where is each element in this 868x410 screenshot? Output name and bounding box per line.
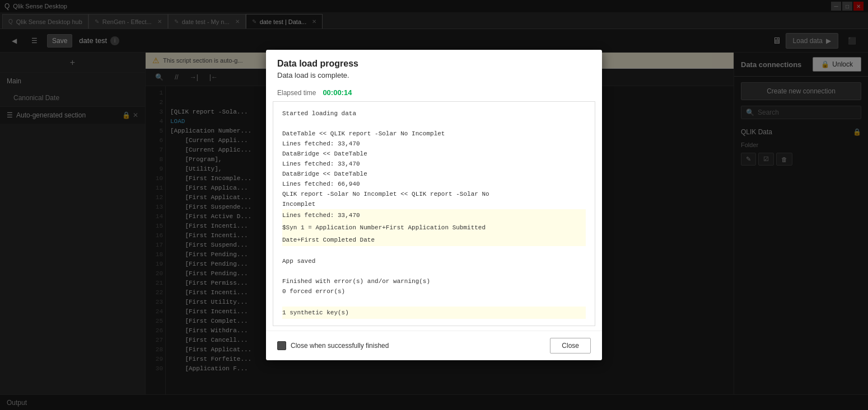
close-when-finished-text: Close when successfully finished [291, 342, 389, 350]
modal-subtitle: Data load is complete. [277, 71, 591, 79]
modal-title: Data load progress [277, 59, 591, 69]
modal-elapsed: Elapsed time 00:00:14 [266, 84, 602, 101]
modal-log: Started loading data DateTable << QLIK r… [273, 101, 595, 326]
elapsed-label: Elapsed time [277, 89, 316, 97]
modal-close-button[interactable]: Close [550, 338, 591, 354]
data-load-modal: Data load progress Data load is complete… [266, 50, 602, 360]
close-when-finished-label[interactable]: Close when successfully finished [277, 341, 389, 350]
close-when-finished-checkbox[interactable] [277, 341, 286, 350]
modal-footer: Close when successfully finished Close [266, 331, 602, 360]
modal-overlay: Data load progress Data load is complete… [0, 0, 868, 410]
elapsed-value: 00:00:14 [323, 88, 352, 97]
modal-header: Data load progress Data load is complete… [266, 50, 602, 84]
